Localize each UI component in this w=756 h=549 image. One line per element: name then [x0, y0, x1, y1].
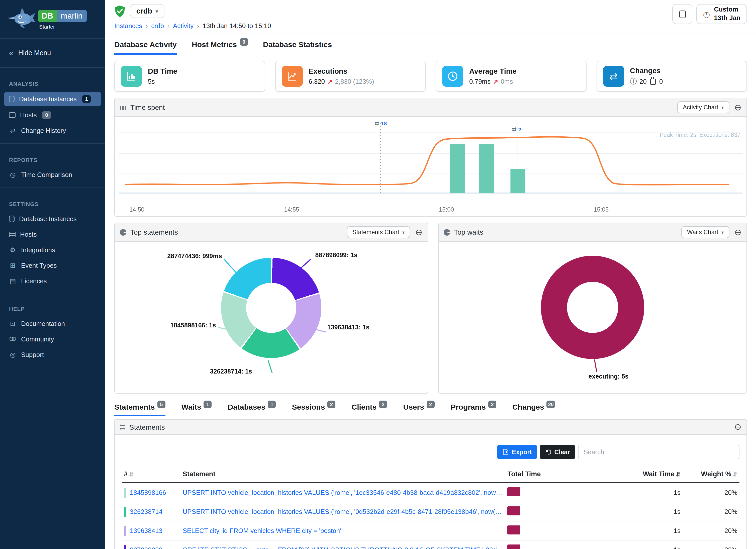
statement-color-bar	[124, 526, 126, 536]
column-header-id[interactable]: #⇵	[122, 467, 181, 483]
activity-tab-bar: Database Activity Host Metrics 0 Databas…	[105, 34, 756, 55]
column-header-weight[interactable]: Weight %⇵	[683, 467, 739, 483]
statement-id-link[interactable]: 326238714	[130, 508, 162, 515]
count-badge: 2	[427, 401, 435, 408]
activity-chart-svg[interactable]	[119, 119, 742, 202]
tab-clients[interactable]: Clients 2	[351, 403, 387, 416]
sidebar-item-licences[interactable]: ▤ Licences	[0, 273, 105, 289]
statement-link[interactable]: SELECT city, id FROM vehicles WHERE city…	[183, 527, 504, 534]
statement-color-bar	[124, 545, 126, 549]
tab-statements[interactable]: Statements 5	[114, 403, 165, 416]
sidebar-item-time-comparison[interactable]: ◷ Time Comparison	[0, 167, 105, 182]
statement-id-link[interactable]: 887898099	[130, 546, 162, 549]
clock-icon: ◷	[9, 171, 17, 178]
statement-color-bar	[124, 507, 126, 517]
sidebar-section-settings: SETTINGS Database Instances Hosts ⚙ Inte…	[0, 192, 105, 290]
hide-menu-button[interactable]: « Hide Menu	[0, 43, 105, 63]
event-changes-count: 0	[659, 78, 663, 85]
trend-up-icon: ↗	[327, 78, 332, 85]
breadcrumb-separator: ›	[167, 22, 169, 29]
sidebar-section-reports: REPORTS ◷ Time Comparison	[0, 148, 105, 184]
breadcrumb-activity[interactable]: Activity	[173, 22, 194, 30]
slice-label: 139638413: 1s	[327, 324, 369, 331]
waits-donut-chart: executing: 5s	[438, 242, 746, 393]
sidebar-item-label: Event Types	[21, 262, 57, 269]
tab-database-activity[interactable]: Database Activity	[114, 40, 177, 55]
sidebar-section-help: HELP ⊡ Documentation Community ◎ Support	[0, 297, 105, 363]
panel-title: Statements	[129, 423, 165, 431]
sidebar-item-label: Documentation	[21, 320, 65, 327]
tab-host-metrics[interactable]: Host Metrics 0	[192, 40, 248, 55]
statement-id-link[interactable]: 139638413	[130, 527, 162, 534]
card-average-time: Average Time 0.79ms ↗ 0ms	[436, 61, 586, 92]
tab-waits[interactable]: Waits 1	[181, 403, 212, 416]
weight-value: 20%	[683, 483, 739, 502]
chevrons-left-icon: «	[9, 49, 13, 57]
tab-programs[interactable]: Programs 2	[451, 403, 496, 416]
statements-donut-chart: 287474436: 999ms 887898099: 1s 184589816…	[115, 242, 427, 393]
sidebar-item-community[interactable]: Community	[0, 331, 105, 347]
metric-delta: 0ms	[501, 78, 513, 85]
time-range-date: 13th Jan	[714, 14, 741, 22]
sidebar-item-support[interactable]: ◎ Support	[0, 347, 105, 362]
time-spent-header: Time spent Activity Chart ▾ ⊖	[115, 98, 746, 117]
sidebar-item-label: Hosts	[20, 111, 37, 119]
column-header-wait-time[interactable]: Wait Time⇵	[596, 467, 683, 483]
instance-selector[interactable]: crdb ▾	[130, 4, 165, 18]
search-input[interactable]	[578, 445, 739, 459]
tab-changes[interactable]: Changes 20	[512, 403, 555, 416]
tab-databases[interactable]: Databases 1	[228, 403, 276, 416]
time-range-button[interactable]: ◷ Custom 13th Jan	[697, 4, 747, 24]
count-badge: 5	[157, 401, 165, 408]
waits-donut[interactable]	[541, 256, 644, 359]
sidebar-item-settings-database-instances[interactable]: Database Instances	[0, 211, 105, 227]
collapse-panel-icon[interactable]: ⊖	[734, 423, 742, 431]
statement-color-bar	[124, 488, 126, 498]
bar-chart-icon	[120, 105, 126, 110]
collapse-panel-icon[interactable]: ⊖	[415, 228, 423, 236]
activity-chart-dropdown[interactable]: Activity Chart ▾	[677, 101, 729, 113]
statements-chart-dropdown[interactable]: Statements Chart ▾	[347, 226, 410, 238]
sidebar: DB marlin Starter « Hide Menu ANALYSIS D…	[0, 0, 105, 549]
breadcrumb-crdb[interactable]: crdb	[151, 22, 164, 30]
sidebar-item-label: Licences	[21, 277, 47, 285]
sidebar-item-integrations[interactable]: ⚙ Integrations	[0, 242, 105, 258]
sidebar-item-documentation[interactable]: ⊡ Documentation	[0, 316, 105, 331]
tab-users[interactable]: Users 2	[403, 403, 435, 416]
change-marker-1[interactable]: ⇄ 18	[374, 120, 387, 127]
statement-link[interactable]: UPSERT INTO vehicle_location_histories V…	[183, 508, 504, 515]
divider	[0, 143, 105, 144]
statement-link[interactable]: CREATE STATISTICS __auto__ FROM [63] WIT…	[183, 546, 504, 549]
statement-id-link[interactable]: 1845898166	[130, 489, 166, 496]
breadcrumb-instances[interactable]: Instances	[114, 22, 142, 30]
statement-link[interactable]: UPSERT INTO vehicle_location_histories V…	[183, 489, 504, 496]
sidebar-item-hosts[interactable]: Hosts 0	[0, 107, 105, 123]
statements-donut[interactable]	[221, 258, 321, 358]
instance-name: crdb	[136, 7, 152, 15]
change-marker-2[interactable]: ⇄ 2	[512, 126, 521, 133]
export-button[interactable]: Export	[497, 445, 537, 459]
sidebar-item-database-instances[interactable]: Database Instances 1	[4, 92, 101, 106]
column-header-total-time[interactable]: Total Time	[506, 467, 597, 483]
column-header-statement[interactable]: Statement	[181, 467, 506, 483]
metric-title: Changes	[630, 66, 663, 74]
copy-button[interactable]	[673, 4, 693, 24]
section-title: REPORTS	[0, 151, 105, 167]
tab-sessions[interactable]: Sessions 2	[292, 403, 336, 416]
wait-time-value: 1s	[596, 540, 683, 549]
chevron-down-icon: ▾	[402, 229, 405, 235]
support-icon: ◎	[9, 351, 17, 358]
slice-label: 887898099: 1s	[315, 252, 357, 259]
collapse-panel-icon[interactable]: ⊖	[734, 228, 742, 236]
sidebar-item-event-types[interactable]: ⊞ Event Types	[0, 258, 105, 273]
tab-database-statistics[interactable]: Database Statistics	[263, 40, 332, 55]
wait-time-value: 1s	[596, 502, 683, 521]
count-badge: 2	[488, 401, 496, 408]
sidebar-item-change-history[interactable]: ⇄ Change History	[0, 123, 105, 138]
collapse-panel-icon[interactable]: ⊖	[734, 103, 742, 112]
sidebar-item-settings-hosts[interactable]: Hosts	[0, 227, 105, 242]
clear-button[interactable]: Clear	[540, 445, 575, 459]
waits-chart-dropdown[interactable]: Waits Chart ▾	[682, 226, 729, 238]
health-shield-icon	[114, 5, 125, 17]
metric-cards: DB Time 5s Executions 6,320 ↗ 2,830 (123…	[105, 55, 756, 94]
